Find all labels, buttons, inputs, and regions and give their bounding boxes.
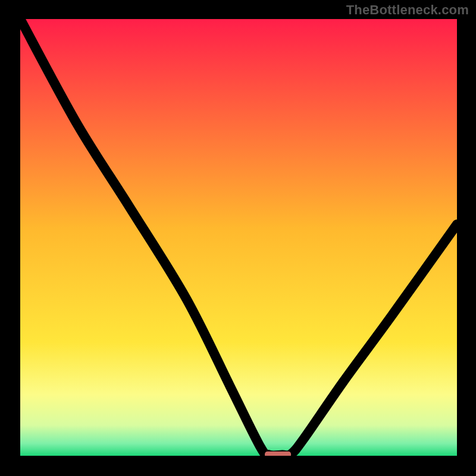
plot-area: [20, 19, 457, 456]
curve-layer: [20, 19, 457, 456]
bottleneck-curve: [20, 19, 457, 456]
minimum-marker: [265, 452, 291, 456]
chart-frame: TheBottleneck.com: [0, 0, 476, 476]
watermark-text: TheBottleneck.com: [346, 2, 469, 18]
